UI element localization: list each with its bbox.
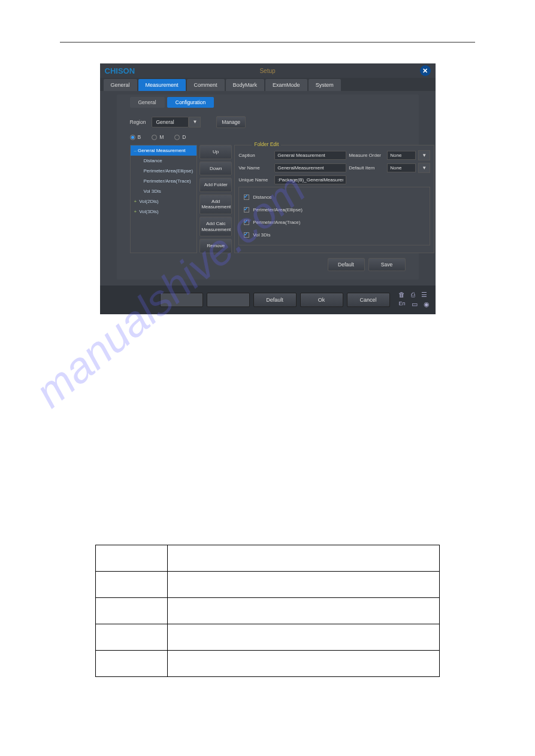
folder-edit-panel: Folder Edit Caption Measure Order None ▼… <box>234 145 434 253</box>
down-button[interactable]: Down <box>200 162 232 176</box>
checkbox-icon <box>244 220 249 225</box>
footer-buttons: Default Ok Cancel <box>160 293 390 307</box>
tree-item-vol2dis[interactable]: +Vol(2Dis) <box>131 196 197 207</box>
panel-footer-buttons: Default Save <box>130 253 406 271</box>
titlebar: CHISON Setup ✕ <box>100 63 436 78</box>
up-button[interactable]: Up <box>200 145 232 159</box>
subtab-configuration[interactable]: Configuration <box>167 97 214 108</box>
default-item-select[interactable]: None <box>387 163 416 172</box>
table-row <box>96 597 440 624</box>
manage-button[interactable]: Manage <box>216 116 246 128</box>
save-button[interactable]: Save <box>368 258 406 271</box>
radio-icon <box>174 135 180 140</box>
app-window: CHISON Setup ✕ General Measurement Comme… <box>100 63 436 314</box>
action-buttons: Up Down Add Folder Add Measurement Add C… <box>200 145 232 253</box>
tree-item-general-measurement[interactable]: –General Measurement <box>131 145 197 156</box>
unique-name-input[interactable] <box>274 175 346 184</box>
chevron-down-icon[interactable]: ▼ <box>189 117 201 127</box>
radio-icon <box>152 135 157 140</box>
tab-exammode[interactable]: ExamMode <box>265 79 307 91</box>
tree-item-vol3dis-parent[interactable]: +Vol(3Dis) <box>131 207 197 217</box>
measurement-tree: –General Measurement Distance Perimeter/… <box>130 145 198 253</box>
radio-b[interactable]: B <box>130 134 141 140</box>
subtab-general[interactable]: General <box>130 97 165 108</box>
brand-logo: CHISON <box>105 66 135 75</box>
chevron-down-icon[interactable]: ▼ <box>418 150 430 160</box>
checkbox-icon <box>244 195 249 200</box>
caption-input[interactable] <box>274 151 346 160</box>
main-tabs: General Measurement Comment BodyMark Exa… <box>100 78 436 91</box>
window-title: Setup <box>259 68 275 74</box>
varname-input[interactable] <box>274 163 346 172</box>
table-row <box>96 571 440 597</box>
footer-blank-2[interactable] <box>207 293 250 307</box>
tab-measurement[interactable]: Measurement <box>138 79 186 91</box>
footer-ok-button[interactable]: Ok <box>300 293 343 307</box>
checkbox-icon <box>244 232 249 238</box>
footer-cancel-button[interactable]: Cancel <box>347 293 390 307</box>
config-main-row: –General Measurement Distance Perimeter/… <box>130 145 406 253</box>
usb-icon[interactable]: ☰ <box>421 291 427 299</box>
region-select[interactable]: General <box>152 117 189 127</box>
radio-d[interactable]: D <box>174 134 186 140</box>
tree-item-ellipse[interactable]: Perimeter/Area(Ellipse) <box>131 166 197 176</box>
add-measurement-button[interactable]: Add Measurement <box>200 195 232 214</box>
items-checklist: Distance Perimeter/Area(Ellipse) Perimet… <box>238 187 430 245</box>
microphone-icon[interactable]: ◉ <box>424 300 430 308</box>
tab-comment[interactable]: Comment <box>187 79 225 91</box>
language-indicator[interactable]: En <box>398 300 405 308</box>
tab-bodymark[interactable]: BodyMark <box>226 79 265 91</box>
chevron-down-icon[interactable]: ▼ <box>418 163 430 173</box>
expand-icon: + <box>134 209 137 214</box>
measure-order-label: Measure Order <box>349 153 385 158</box>
footer-status-icons: 🗑 ⎙ ☰ En ▭ ◉ <box>398 291 429 308</box>
check-distance[interactable]: Distance <box>243 191 426 204</box>
measure-order-select[interactable]: None <box>387 151 416 160</box>
varname-label: Var Name <box>238 165 272 171</box>
radio-icon <box>130 135 135 140</box>
caption-label: Caption <box>238 153 272 158</box>
check-trace[interactable]: Perimeter/Area(Trace) <box>243 216 426 229</box>
storage-icon[interactable]: ⎙ <box>411 291 415 299</box>
check-vol3dis[interactable]: Vol 3Dis <box>243 229 426 241</box>
region-row: Region General ▼ Manage <box>130 113 406 132</box>
unique-name-label: Unique Name <box>238 177 272 183</box>
footer-blank-1[interactable] <box>160 293 203 307</box>
app-footer: Default Ok Cancel 🗑 ⎙ ☰ En ▭ ◉ <box>100 286 436 314</box>
monitor-icon[interactable]: ▭ <box>412 300 418 308</box>
document-divider <box>60 42 475 42</box>
document-table <box>95 545 440 677</box>
collapse-icon: – <box>134 148 137 153</box>
table-row <box>96 650 440 676</box>
tab-general[interactable]: General <box>104 79 137 91</box>
folder-edit-title: Folder Edit <box>252 141 281 147</box>
tree-item-vol3dis[interactable]: Vol 3Dis <box>131 186 197 196</box>
tree-item-distance[interactable]: Distance <box>131 156 197 166</box>
table-row <box>96 545 440 571</box>
default-item-label: Default Item <box>349 165 385 171</box>
close-icon: ✕ <box>422 67 428 75</box>
trash-icon[interactable]: 🗑 <box>398 291 405 299</box>
check-ellipse[interactable]: Perimeter/Area(Ellipse) <box>243 204 426 216</box>
checkbox-icon <box>244 207 249 212</box>
add-folder-button[interactable]: Add Folder <box>200 178 232 192</box>
config-panel: General Configuration Region General ▼ M… <box>117 95 419 280</box>
table-row <box>96 624 440 650</box>
remove-button[interactable]: Remove <box>200 239 232 253</box>
default-button[interactable]: Default <box>328 258 365 271</box>
close-button[interactable]: ✕ <box>420 65 431 76</box>
expand-icon: + <box>134 199 137 204</box>
tab-system[interactable]: System <box>309 79 341 91</box>
tree-item-trace[interactable]: Perimeter/Area(Trace) <box>131 176 197 186</box>
radio-m[interactable]: M <box>152 134 164 140</box>
sub-tabs: General Configuration <box>130 97 406 113</box>
add-calc-measurement-button[interactable]: Add Calc Measurement <box>200 217 232 236</box>
region-label: Region <box>130 119 146 125</box>
footer-default-button[interactable]: Default <box>253 293 297 307</box>
